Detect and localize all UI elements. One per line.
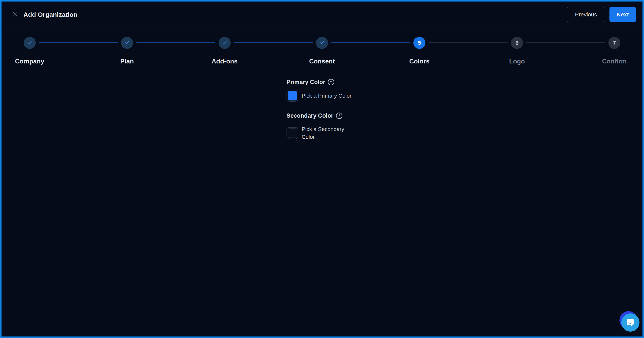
check-icon [27, 40, 32, 46]
primary-color-label: Primary Color [286, 79, 325, 86]
close-button[interactable] [10, 9, 20, 20]
chat-launcher[interactable] [620, 311, 640, 332]
step-circle [121, 37, 133, 49]
secondary-color-swatch-fill [288, 128, 297, 138]
primary-color-picker-label: Pick a Primary Color [302, 92, 352, 100]
primary-color-swatch[interactable] [286, 90, 298, 102]
step-circle [24, 37, 36, 49]
step-circle: 5 [413, 37, 426, 49]
step-circle: 7 [608, 37, 620, 49]
check-icon [319, 40, 325, 46]
step-number: 5 [418, 40, 421, 46]
secondary-color-label-row: Secondary Color ? [286, 112, 358, 120]
help-icon[interactable]: ? [328, 79, 334, 85]
step-label: Company [15, 58, 44, 65]
stepper-step-addons[interactable]: Add-ons [185, 37, 264, 65]
secondary-color-picker-label: Pick a Secondary Color [302, 125, 358, 141]
step-number: 7 [613, 40, 616, 46]
stepper-step-consent[interactable]: Consent [282, 37, 362, 65]
step-label: Add-ons [212, 58, 238, 65]
primary-color-swatch-fill [288, 91, 297, 101]
stepper-step-company[interactable]: Company [0, 37, 69, 65]
secondary-color-label: Secondary Color [286, 112, 333, 119]
help-icon[interactable]: ? [336, 113, 342, 119]
check-icon [222, 40, 228, 46]
colors-form: Primary Color ? Pick a Primary Color Sec… [286, 78, 358, 141]
step-circle: 6 [511, 37, 523, 49]
modal-header: Add Organization Previous Next [2, 2, 642, 28]
chat-launcher-front-circle [621, 313, 640, 331]
step-label: Logo [509, 58, 525, 65]
secondary-color-swatch[interactable] [286, 127, 298, 139]
primary-color-label-row: Primary Color ? [286, 78, 358, 86]
stepper-step-plan[interactable]: Plan [88, 37, 167, 65]
step-label: Plan [120, 58, 134, 65]
previous-button[interactable]: Previous [566, 7, 605, 22]
add-organization-modal: Add Organization Previous Next Company [0, 0, 644, 338]
chat-bubble-icon [626, 317, 635, 328]
step-label: Consent [309, 58, 335, 65]
primary-color-picker-row: Pick a Primary Color [286, 90, 358, 102]
step-circle [218, 37, 231, 49]
close-icon [12, 11, 18, 18]
stepper-step-logo[interactable]: 6 Logo [477, 37, 556, 65]
step-circle [316, 37, 328, 49]
next-button[interactable]: Next [610, 7, 636, 22]
stepper-step-confirm[interactable]: 7 Confirm [575, 37, 644, 65]
secondary-color-picker-row: Pick a Secondary Color [286, 125, 358, 141]
step-number: 6 [516, 40, 519, 46]
step-label: Colors [409, 58, 430, 65]
check-icon [124, 40, 130, 46]
stepper-step-colors[interactable]: 5 Colors [380, 37, 459, 65]
wizard-stepper: Company Plan Add-ons [2, 28, 642, 72]
page-title: Add Organization [24, 11, 78, 18]
step-label: Confirm [602, 58, 627, 65]
